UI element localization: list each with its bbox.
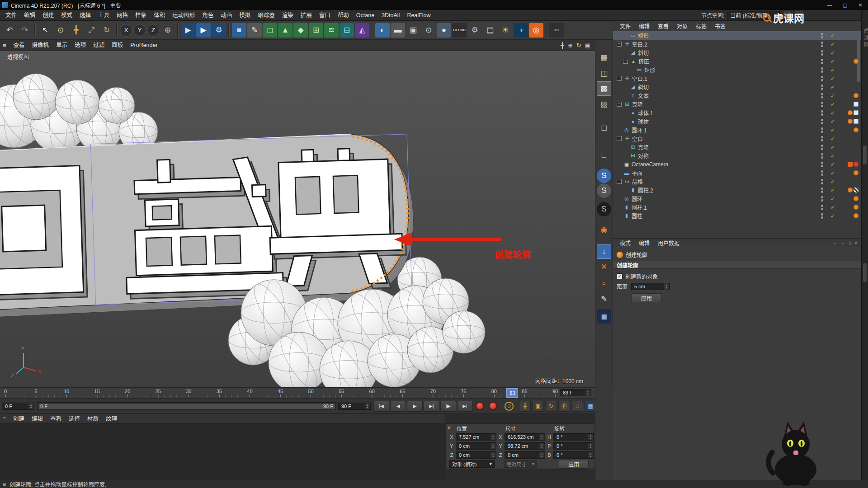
visibility-dots[interactable] [821,162,823,167]
menu-item-Octane[interactable]: Octane [353,10,378,21]
toolbar-button-11[interactable]: Z [147,24,160,37]
coord-value-field[interactable]: 0 cm▴▾ [456,451,496,459]
menu-item-模拟[interactable]: 模拟 [236,10,254,21]
object-row-斜切[interactable]: ◢斜切✓ [613,48,861,57]
palette-tool-5[interactable]: ∟ [597,148,611,163]
menu-item-跟踪器[interactable]: 跟踪器 [254,10,278,21]
menu-item-角色[interactable]: 角色 [198,10,217,21]
visibility-dots[interactable] [821,145,823,150]
transport-extra-button-0[interactable]: |▶ [440,401,456,412]
toolbar-button-38[interactable]: ◎ [529,23,543,38]
visibility-dots[interactable] [821,127,823,133]
toolbar-button-40[interactable]: JS [549,23,564,38]
coord-value-field[interactable]: 0 °▴▾ [553,433,594,441]
mat-tag-icon[interactable] [854,102,859,107]
object-row-挤压[interactable]: −▲挤压✓ [613,57,861,66]
object-row-晶格[interactable]: −⊡晶格✓ [613,177,861,186]
viewport-nav-icon-3[interactable]: ▣ [585,42,590,49]
phong-tag-icon[interactable] [854,93,859,98]
mat-tag-icon[interactable] [854,119,859,124]
toolbar-button-23[interactable]: ⊞ [309,23,323,38]
object-row-克隆[interactable]: ⊞克隆✓ [613,143,861,151]
enable-check-icon[interactable]: ✓ [830,187,835,193]
attr-nav-icon-3[interactable]: ⌕ [855,240,858,246]
mat-tag-icon[interactable] [854,110,859,115]
menu-item-动画[interactable]: 动画 [217,10,236,21]
coord-value-field[interactable]: 0 cm▴▾ [456,442,496,450]
object-row-圆柱.1[interactable]: ▮圆柱.1✓ [613,203,861,211]
material-menu-icon[interactable]: ≡ [3,416,6,422]
octane-tag-icon[interactable] [848,162,853,167]
object-row-平面[interactable]: ▬平面✓ [613,169,861,177]
enable-check-icon[interactable]: ✓ [830,127,835,133]
palette-tool-14[interactable]: ◼ [597,309,611,324]
object-row-对称[interactable]: ⋈对称✓ [613,151,861,160]
toolbar-button-16[interactable]: ⚙ [212,23,226,38]
visibility-dots[interactable] [821,136,823,141]
distance-field[interactable]: 5 cm ▴▾ [631,283,670,290]
toolbar-button-5[interactable]: ╋ [69,23,83,38]
object-row-矩形[interactable]: ▭矩形✓ [613,31,861,40]
attr-nav-icon-1[interactable]: → [840,240,845,246]
toolbar-button-22[interactable]: ◆ [293,23,308,38]
toolbar-button-12[interactable]: ⊕ [160,23,175,38]
toolbar-button-29[interactable]: ▬ [391,23,405,38]
visibility-dots[interactable] [821,188,823,193]
menu-item-扩展[interactable]: 扩展 [297,10,316,21]
object-row-空白.2[interactable]: −✛空白.2✓ [613,40,861,48]
visibility-dots[interactable] [821,42,823,47]
spinner-icon[interactable]: ▴▾ [588,443,593,449]
status-menu-icon[interactable]: ≡ [3,481,6,488]
material-menu-材质[interactable]: 材质 [84,413,102,424]
toolbar-button-36[interactable]: ☀ [498,23,513,38]
viewport-nav-icon-0[interactable]: ╋ [561,42,564,49]
screen-icon[interactable]: ▢ [794,11,803,19]
toolbar-button-30[interactable]: ▣ [406,23,420,38]
toolbar-button-28[interactable]: ◐ [375,23,390,38]
enable-check-icon[interactable]: ✓ [830,153,835,159]
spinner-icon[interactable]: ▴▾ [491,443,495,449]
attr-nav-icon-2[interactable]: ⌂ [849,240,852,246]
toolbar-button-33[interactable]: BLEND [452,23,467,38]
minimize-button[interactable]: — [822,0,837,10]
palette-tool-1[interactable]: ◫ [597,66,611,80]
palette-tool-9[interactable]: ◉ [597,222,611,237]
node-space-select[interactable]: 当前 (标准/物理) ▾ [727,11,780,19]
material-menu-编辑[interactable]: 编辑 [28,413,47,424]
toolbar-button-18[interactable]: ■ [232,23,246,38]
expand-toggle-icon[interactable]: − [617,76,622,81]
menu-item-运动图形[interactable]: 运动图形 [169,10,198,21]
enable-check-icon[interactable]: ✓ [830,118,835,125]
enable-check-icon[interactable]: ✓ [830,204,835,211]
palette-tool-8[interactable]: S [597,202,611,216]
coord-value-field[interactable]: 7.527 cm▴▾ [456,433,496,441]
coord-value-field[interactable]: 616.523 cm▴▾ [505,433,545,441]
transport-button-2[interactable]: ▶ [407,401,423,412]
toolbar-button-6[interactable]: ⤢ [84,23,99,38]
enable-check-icon[interactable]: ✓ [830,75,835,82]
expand-toggle-icon[interactable]: − [623,59,628,64]
spinner-icon[interactable]: ▴▾ [28,403,33,409]
enable-check-icon[interactable]: ✓ [830,213,835,219]
phong-tag-icon[interactable] [854,127,859,132]
toolbar-button-37[interactable]: ◑ [514,23,528,38]
spinner-icon[interactable]: ▴▾ [664,283,669,290]
menu-item-帮助[interactable]: 帮助 [334,10,353,21]
phong-tag-icon[interactable] [854,170,859,175]
expand-toggle-icon[interactable]: − [617,136,622,141]
coordinate-mode-select[interactable]: 对象 (相对) ▾ [449,460,495,468]
preview-range-inner[interactable] [38,404,335,409]
enable-check-icon[interactable]: ✓ [830,144,835,150]
enable-check-icon[interactable]: ✓ [830,101,835,108]
menu-item-RealFlow[interactable]: RealFlow [403,10,434,21]
phong-tag-icon[interactable] [854,205,859,210]
toolbar-button-31[interactable]: ⊙ [421,23,436,38]
spinner-icon[interactable]: ▴▾ [539,443,544,449]
menu-item-样条[interactable]: 样条 [132,10,150,21]
palette-tool-11[interactable]: ✕ [597,259,611,274]
object-manager-tree[interactable]: ▭矩形✓−✛空白.2✓◢斜切✓−▲挤压✓▭矩形✓−✛空白.1✓◢斜切✓T文本✓−… [613,31,861,238]
phong-tag-icon[interactable] [854,213,859,218]
spinner-icon[interactable]: ▴▾ [585,389,590,396]
search-icon[interactable]: ⌕ [783,11,792,19]
keyframe-toggle-4[interactable]: ∷ [571,401,583,412]
